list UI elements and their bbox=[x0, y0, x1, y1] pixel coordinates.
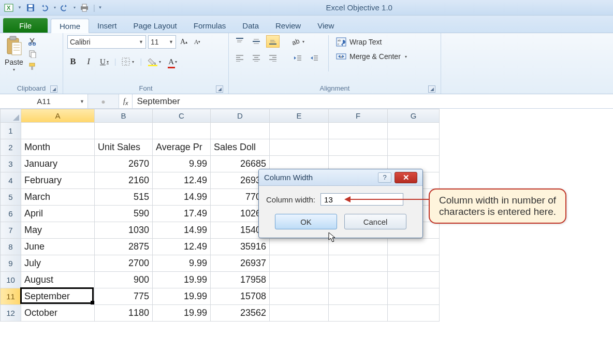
cell[interactable] bbox=[211, 123, 270, 139]
grow-font-icon[interactable]: A▴ bbox=[178, 36, 189, 48]
tab-review[interactable]: Review bbox=[267, 18, 309, 33]
cell[interactable] bbox=[270, 272, 329, 288]
font-launcher-icon[interactable]: ◢ bbox=[216, 85, 223, 93]
cell[interactable] bbox=[95, 123, 153, 139]
cell[interactable]: 2160 bbox=[95, 172, 153, 189]
cell[interactable]: 14.99 bbox=[153, 222, 211, 239]
cell[interactable]: October bbox=[21, 305, 95, 322]
file-tab[interactable]: File bbox=[3, 18, 48, 33]
cell[interactable]: 2700 bbox=[95, 255, 153, 272]
row-header[interactable]: 2 bbox=[1, 139, 21, 156]
cell[interactable] bbox=[153, 123, 211, 139]
wrap-text-button[interactable]: abc Wrap Text bbox=[336, 37, 407, 47]
row-header[interactable]: 1 bbox=[1, 123, 21, 139]
column-header[interactable]: D bbox=[211, 109, 270, 123]
tab-view[interactable]: View bbox=[309, 18, 342, 33]
font-color-button[interactable]: A▾ bbox=[167, 56, 179, 67]
cell[interactable]: 15708 bbox=[211, 288, 270, 305]
increase-indent-icon[interactable] bbox=[308, 52, 321, 64]
ok-button[interactable]: OK bbox=[275, 214, 337, 229]
cell[interactable]: April bbox=[21, 206, 95, 222]
cell[interactable] bbox=[270, 123, 329, 139]
cell[interactable] bbox=[329, 123, 388, 139]
cell[interactable] bbox=[329, 305, 388, 322]
select-all-corner[interactable] bbox=[1, 109, 21, 123]
cell[interactable]: Sales Doll bbox=[211, 139, 270, 156]
row-header[interactable]: 6 bbox=[1, 206, 21, 222]
formula-input[interactable]: September bbox=[133, 94, 613, 108]
italic-button[interactable]: I bbox=[83, 56, 94, 67]
cell[interactable]: 515 bbox=[95, 189, 153, 206]
qat-dropdown-icon[interactable]: ▼ bbox=[18, 5, 22, 10]
alignment-launcher-icon[interactable]: ◢ bbox=[428, 85, 435, 93]
column-header[interactable]: A bbox=[21, 109, 95, 123]
qat-customize-icon[interactable]: ▼ bbox=[98, 5, 103, 10]
clipboard-launcher-icon[interactable]: ◢ bbox=[50, 85, 57, 93]
cell[interactable] bbox=[388, 239, 440, 255]
cell[interactable] bbox=[388, 255, 440, 272]
redo-icon[interactable] bbox=[59, 3, 70, 13]
row-header[interactable]: 8 bbox=[1, 239, 21, 255]
cell[interactable] bbox=[21, 123, 95, 139]
cell[interactable]: 9.99 bbox=[153, 255, 211, 272]
cell[interactable]: 12.49 bbox=[153, 172, 211, 189]
align-top-icon[interactable] bbox=[233, 35, 246, 48]
cell[interactable]: Average Pr bbox=[153, 139, 211, 156]
cell[interactable] bbox=[388, 288, 440, 305]
cell[interactable] bbox=[388, 139, 440, 156]
cell[interactable]: 900 bbox=[95, 272, 153, 288]
cell[interactable]: August bbox=[21, 272, 95, 288]
cell[interactable] bbox=[270, 288, 329, 305]
app-icon[interactable]: X bbox=[3, 3, 14, 13]
cell[interactable] bbox=[329, 139, 388, 156]
cell[interactable]: 2670 bbox=[95, 156, 153, 172]
cancel-button[interactable]: Cancel bbox=[344, 214, 406, 229]
align-right-icon[interactable] bbox=[266, 52, 280, 64]
cell[interactable] bbox=[270, 305, 329, 322]
cell[interactable] bbox=[329, 288, 388, 305]
tab-insert[interactable]: Insert bbox=[89, 18, 125, 33]
align-center-icon[interactable] bbox=[250, 52, 263, 64]
paste-button[interactable]: Paste ▾ bbox=[4, 35, 24, 72]
cell[interactable]: 26937 bbox=[211, 255, 270, 272]
undo-dropdown-icon[interactable]: ▾ bbox=[54, 5, 56, 10]
cell[interactable]: March bbox=[21, 189, 95, 206]
cell[interactable] bbox=[329, 272, 388, 288]
cancel-formula-icon[interactable]: ● bbox=[100, 97, 107, 106]
borders-button[interactable]: ▾ bbox=[120, 56, 136, 67]
align-left-icon[interactable] bbox=[233, 52, 246, 64]
copy-icon[interactable] bbox=[27, 49, 38, 59]
cell[interactable]: 17.49 bbox=[153, 206, 211, 222]
shrink-font-icon[interactable]: A▾ bbox=[192, 36, 203, 48]
cell[interactable] bbox=[270, 255, 329, 272]
cell[interactable]: 19.99 bbox=[153, 272, 211, 288]
cell[interactable]: February bbox=[21, 172, 95, 189]
cell[interactable]: 775 bbox=[95, 288, 153, 305]
cell[interactable] bbox=[388, 305, 440, 322]
cell[interactable]: 12.49 bbox=[153, 239, 211, 255]
row-header[interactable]: 7 bbox=[1, 222, 21, 239]
cell[interactable]: September bbox=[21, 288, 95, 305]
cell[interactable]: May bbox=[21, 222, 95, 239]
cell[interactable] bbox=[329, 239, 388, 255]
cell[interactable]: Unit Sales bbox=[95, 139, 153, 156]
row-header[interactable]: 10 bbox=[1, 272, 21, 288]
cell[interactable] bbox=[270, 239, 329, 255]
cell[interactable]: 9.99 bbox=[153, 156, 211, 172]
cell[interactable]: 1180 bbox=[95, 305, 153, 322]
column-header[interactable]: B bbox=[95, 109, 153, 123]
row-header[interactable]: 12 bbox=[1, 305, 21, 322]
paste-dropdown-icon[interactable]: ▾ bbox=[13, 67, 15, 72]
tab-formulas[interactable]: Formulas bbox=[185, 18, 235, 33]
fill-color-button[interactable]: ▾ bbox=[146, 56, 163, 67]
align-bottom-icon[interactable] bbox=[266, 35, 280, 48]
tab-home[interactable]: Home bbox=[51, 19, 89, 33]
decrease-indent-icon[interactable] bbox=[291, 52, 304, 64]
column-header[interactable]: C bbox=[153, 109, 211, 123]
cell[interactable]: January bbox=[21, 156, 95, 172]
tab-data[interactable]: Data bbox=[234, 18, 267, 33]
cell[interactable]: 590 bbox=[95, 206, 153, 222]
cell[interactable]: 17958 bbox=[211, 272, 270, 288]
column-header[interactable]: E bbox=[270, 109, 329, 123]
print-icon[interactable] bbox=[79, 3, 90, 13]
